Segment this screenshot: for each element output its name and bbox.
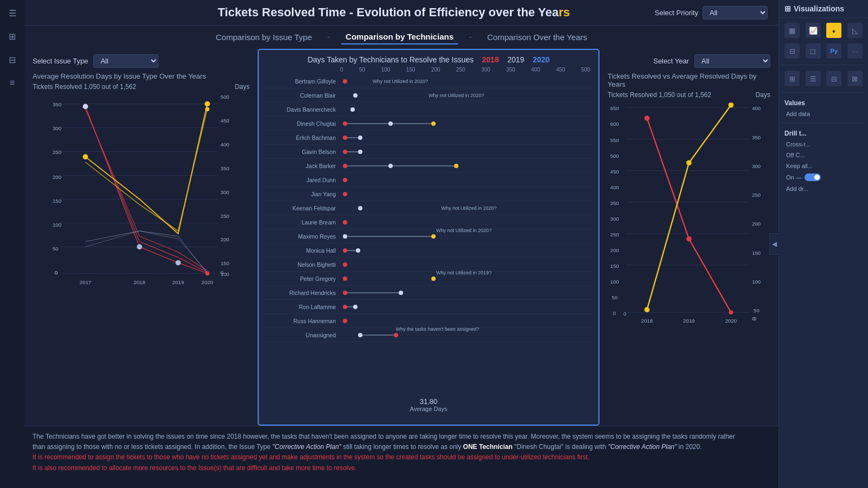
svg-text:400: 400 — [610, 184, 619, 190]
on-toggle[interactable] — [805, 174, 821, 181]
tech-bar — [340, 131, 593, 144]
svg-text:300: 300 — [221, 189, 230, 195]
area-chart-icon[interactable]: ◺ — [847, 23, 863, 38]
svg-text:2018: 2018 — [133, 279, 145, 285]
issue-type-select-row: Select Issue Type All — [33, 54, 250, 68]
center-panel: Days Taken by Technicians to Resolve the… — [258, 49, 599, 426]
add-dr-label: Add dr... — [782, 184, 865, 194]
extra-icon[interactable]: ⊠ — [847, 71, 863, 86]
svg-text:400: 400 — [221, 142, 230, 147]
svg-text:250: 250 — [53, 149, 62, 155]
tech-name: Keenan Feldspar — [264, 205, 340, 211]
tech-row: Jared Dunn — [264, 173, 593, 187]
hamburger-icon[interactable]: ☰ — [5, 5, 20, 21]
tech-name: Jack Barker — [264, 163, 340, 169]
tab-issue-type[interactable]: Comparison by Issue Type — [212, 30, 316, 44]
tech-name: Russ Hanneman — [264, 318, 340, 324]
priority-selector: Select Priority All — [655, 6, 768, 20]
tech-bar — [340, 117, 593, 130]
bar-chart-icon[interactable]: ▦ — [784, 23, 800, 38]
map-icon[interactable]: ◻ — [806, 43, 821, 59]
bottom-line2-highlight: "Corrective Action Plan" — [272, 443, 341, 451]
svg-point-73 — [729, 310, 733, 314]
svg-text:2019: 2019 — [173, 279, 184, 285]
tech-bar — [340, 159, 593, 172]
page-title: Tickets Resolved Time - Evolution of Eff… — [133, 5, 655, 20]
tech-row: Peter Gregory Why not Utilized in 2019? — [264, 272, 593, 286]
left-panel: Select Issue Type All Average Resolution… — [24, 49, 258, 426]
tech-name: Maximo Reyes — [264, 233, 340, 240]
bottom-line-3: It is recommended to assign the tickets … — [33, 452, 770, 463]
tech-row: Unassigned Why the tasks haven't been as… — [264, 328, 593, 342]
tech-name: Peter Gregory — [264, 275, 340, 282]
title-main: Tickets Resolved Time — [218, 5, 346, 19]
grid-icon[interactable]: ⊞ — [5, 29, 20, 44]
tech-bar: Why the tasks haven't been assigned? — [340, 328, 593, 342]
tech-name: Dinesh Chugtai — [264, 120, 340, 127]
avg-days-label: Average Days — [264, 406, 593, 412]
right-chart-title: Tickets Resolved vs Average Resolved Day… — [608, 72, 770, 88]
tech-name: Unassigned — [264, 332, 340, 338]
layers-icon[interactable]: ≡ — [5, 75, 20, 91]
svg-point-34 — [205, 101, 210, 107]
tech-name: Richard Hendricks — [264, 290, 340, 296]
python-icon[interactable]: Py — [826, 43, 841, 59]
svg-text:0: 0 — [55, 269, 58, 275]
filter-icons-row3: ⊞ ☰ ⊟ ⊠ — [782, 69, 865, 88]
avg-days-container: 31.80 Average Days — [264, 397, 593, 412]
filter-icons-row2: ⊟ ◻ Py ··· — [782, 41, 865, 61]
tech-bar — [340, 314, 593, 328]
cols-icon[interactable]: ⊟ — [826, 71, 841, 86]
svg-text:2020: 2020 — [725, 318, 737, 324]
line-chart-icon[interactable]: 📈 — [806, 23, 821, 38]
svg-point-75 — [686, 160, 692, 165]
tech-row: Ron Laflamme — [264, 300, 593, 314]
divider-3 — [782, 123, 865, 123]
sidebar-right-header: ⊞ Visualizations — [779, 0, 868, 18]
bottom-line2-issue: "Corrective Action Plan" — [608, 443, 677, 451]
scatter-chart-icon[interactable]: ⬧ — [826, 23, 841, 38]
tech-bar — [340, 102, 593, 116]
tech-bar: Why not Utilized in 2020? — [340, 88, 593, 102]
svg-text:600: 600 — [610, 121, 619, 127]
table-icon[interactable]: ⊟ — [5, 52, 20, 67]
select-year-dropdown[interactable]: All — [694, 54, 770, 68]
svg-text:0: 0 — [613, 310, 616, 316]
svg-text:500: 500 — [610, 153, 619, 159]
sidebar-collapse-btn[interactable]: ◀ — [769, 233, 779, 255]
tech-row: Jack Barker — [264, 159, 593, 173]
tab-technicians[interactable]: Comparison by Technicians — [341, 30, 458, 44]
tech-bar: Why not Utilized in 2020? — [340, 74, 593, 88]
bottom-line2-suffix: still taking longer times to resolve as … — [341, 443, 463, 451]
svg-text:500: 500 — [221, 94, 230, 100]
add-data-label[interactable]: Add data — [782, 109, 865, 119]
list-icon[interactable]: ☰ — [806, 71, 821, 86]
tech-row: Coleman Blair Why not Utilized in 2020? — [264, 88, 593, 102]
tech-row: Dinesh Chugtai — [264, 117, 593, 131]
tab-years[interactable]: Comparison Over the Years — [483, 30, 591, 44]
tech-name: Bertram Gilfoyle — [264, 78, 340, 85]
tech-row: Richard Hendricks — [264, 286, 593, 300]
bottom-line2-end: is dealing with — [565, 443, 608, 451]
svg-text:150: 150 — [221, 260, 230, 266]
tech-row: Gavin Belson — [264, 145, 593, 159]
issue-type-dropdown[interactable]: All — [93, 54, 158, 68]
more-icon[interactable]: ··· — [847, 43, 863, 59]
title-dash: - — [349, 5, 356, 19]
svg-text:350: 350 — [610, 200, 619, 206]
svg-point-76 — [729, 102, 734, 108]
svg-text:2019: 2019 — [683, 318, 694, 324]
off-on-label: Off C... — [782, 150, 865, 160]
priority-dropdown[interactable]: All — [703, 6, 768, 20]
svg-text:50: 50 — [53, 246, 59, 252]
svg-text:150: 150 — [610, 263, 619, 269]
nav-tabs: Comparison by Issue Type - Comparison by… — [24, 25, 778, 49]
svg-text:100: 100 — [610, 279, 619, 285]
svg-point-31 — [175, 260, 181, 266]
svg-point-71 — [644, 115, 650, 121]
issue-type-label: Select Issue Type — [33, 57, 88, 65]
grid2-icon[interactable]: ⊞ — [784, 71, 800, 86]
tech-name: Coleman Blair — [264, 92, 340, 99]
table-chart-icon[interactable]: ⊟ — [784, 43, 800, 59]
svg-text:350: 350 — [752, 134, 761, 140]
